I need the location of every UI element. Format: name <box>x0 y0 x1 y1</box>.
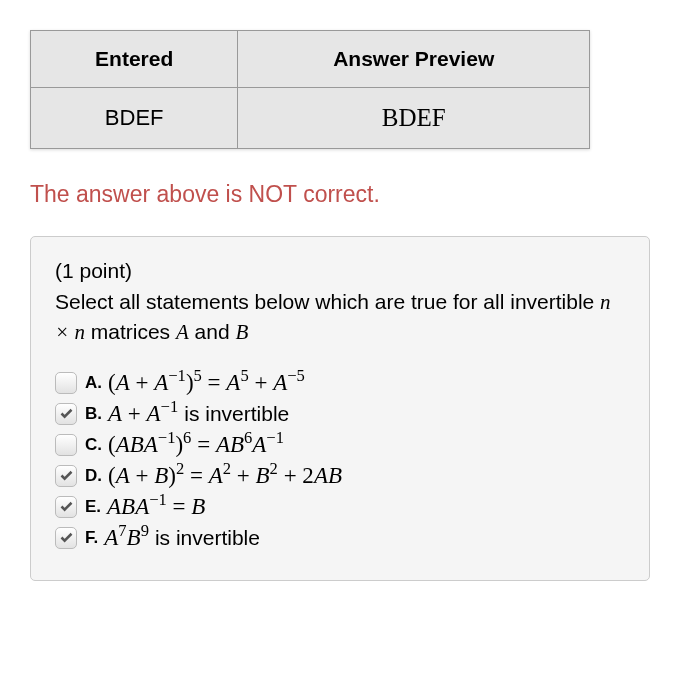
question-prompt: Select all statements below which are tr… <box>55 287 625 348</box>
prompt-A: A <box>176 320 189 344</box>
prompt-text-1: Select all statements below which are tr… <box>55 290 600 313</box>
option-label-f: F. <box>85 528 98 548</box>
question-box: (1 point) Select all statements below wh… <box>30 236 650 581</box>
option-b[interactable]: B. A + A−1 is invertible <box>55 401 625 427</box>
header-entered: Entered <box>31 31 238 88</box>
option-text-b-math: A + A−1 <box>108 401 178 427</box>
checkbox-c[interactable] <box>55 434 77 456</box>
checkbox-d[interactable] <box>55 465 77 487</box>
option-a[interactable]: A. (A + A−1)5 = A5 + A−5 <box>55 370 625 396</box>
checkbox-a[interactable] <box>55 372 77 394</box>
cell-entered: BDEF <box>31 88 238 149</box>
option-f[interactable]: F. A7B9 is invertible <box>55 525 625 551</box>
option-text-c: (ABA−1)6 = AB6A−1 <box>108 432 284 458</box>
option-text-b-plain: is invertible <box>184 402 289 426</box>
option-text-d: (A + B)2 = A2 + B2 + 2AB <box>108 463 342 489</box>
prompt-B: B <box>235 320 248 344</box>
option-c[interactable]: C. (ABA−1)6 = AB6A−1 <box>55 432 625 458</box>
checkbox-f[interactable] <box>55 527 77 549</box>
option-text-e: ABA−1 = B <box>107 494 205 520</box>
points-label: (1 point) <box>55 259 625 283</box>
option-label-d: D. <box>85 466 102 486</box>
prompt-text-2: matrices <box>85 320 176 343</box>
option-label-e: E. <box>85 497 101 517</box>
checkbox-b[interactable] <box>55 403 77 425</box>
feedback-message: The answer above is NOT correct. <box>30 181 667 208</box>
option-d[interactable]: D. (A + B)2 = A2 + B2 + 2AB <box>55 463 625 489</box>
option-label-c: C. <box>85 435 102 455</box>
option-label-b: B. <box>85 404 102 424</box>
header-preview: Answer Preview <box>238 31 590 88</box>
checkbox-e[interactable] <box>55 496 77 518</box>
option-text-a: (A + A−1)5 = A5 + A−5 <box>108 370 305 396</box>
prompt-and: and <box>189 320 236 343</box>
option-e[interactable]: E. ABA−1 = B <box>55 494 625 520</box>
cell-preview: BDEF <box>238 88 590 149</box>
option-text-f-plain: is invertible <box>155 526 260 550</box>
option-text-f-math: A7B9 <box>104 525 149 551</box>
answer-table: Entered Answer Preview BDEF BDEF <box>30 30 590 149</box>
option-label-a: A. <box>85 373 102 393</box>
